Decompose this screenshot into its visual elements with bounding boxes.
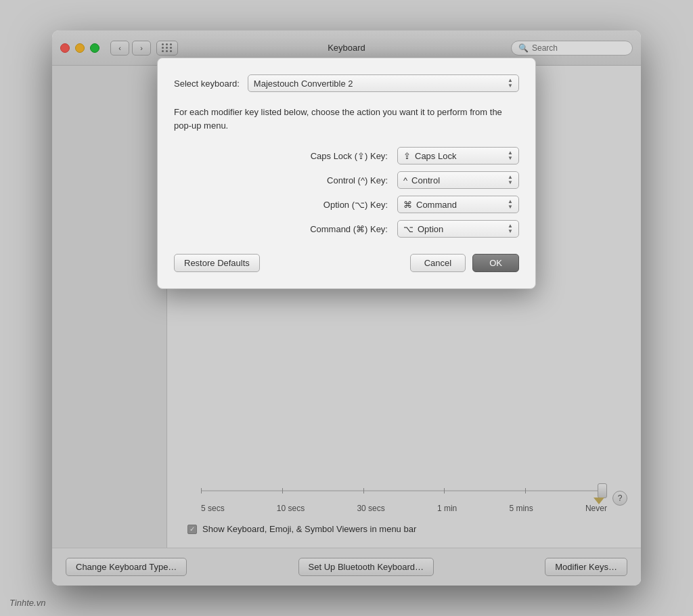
command-arrows-icon: ▲ ▼ (508, 223, 513, 234)
keyboard-name: Majestouch Convertible 2 (254, 79, 353, 89)
command-value: Option (418, 224, 443, 234)
control-icon: ^ (403, 175, 407, 185)
control-arrows-icon: ▲ ▼ (508, 175, 513, 185)
modal-footer: Restore Defaults Cancel OK (174, 254, 519, 272)
modal-description: For each modifier key listed below, choo… (174, 106, 519, 132)
dialog-buttons: Cancel OK (410, 254, 519, 272)
caps-lock-arrows-icon: ▲ ▼ (508, 150, 513, 161)
modifier-row-control: Control (^) Key: ^ Control ▲ ▼ (174, 171, 519, 189)
modifier-row-command: Command (⌘) Key: ⌥ Option ▲ ▼ (174, 220, 519, 238)
modifier-row-caps-lock: Caps Lock (⇪) Key: ⇪ Caps Lock ▲ ▼ (174, 147, 519, 164)
keyboard-window: ‹ › Keyboard 🔍 (52, 30, 641, 586)
cancel-button[interactable]: Cancel (410, 254, 466, 272)
caps-lock-icon: ⇪ (403, 151, 411, 161)
option-value: Command (416, 200, 457, 210)
ok-button[interactable]: OK (472, 254, 519, 272)
modifier-keys-modal: Select keyboard: Majestouch Convertible … (157, 58, 536, 289)
command-selector[interactable]: ⌥ Option ▲ ▼ (397, 220, 519, 238)
control-selector[interactable]: ^ Control ▲ ▼ (397, 171, 519, 189)
restore-defaults-button[interactable]: Restore Defaults (174, 254, 260, 272)
select-keyboard-row: Select keyboard: Majestouch Convertible … (174, 74, 519, 92)
control-key-label: Control (^) Key: (327, 175, 388, 185)
option-arrows-icon: ▲ ▼ (508, 199, 513, 210)
modifier-row-option: Option (⌥) Key: ⌘ Command ▲ ▼ (174, 196, 519, 213)
select-arrows-icon: ▲ ▼ (508, 78, 513, 89)
watermark: Tinhte.vn (9, 598, 45, 608)
control-value: Control (411, 175, 440, 185)
select-keyboard-label: Select keyboard: (174, 79, 240, 89)
caps-lock-value: Caps Lock (415, 151, 456, 161)
modal-overlay: Select keyboard: Majestouch Convertible … (52, 30, 641, 586)
command-key-label: Command (⌘) Key: (310, 224, 388, 234)
caps-lock-selector[interactable]: ⇪ Caps Lock ▲ ▼ (397, 147, 519, 164)
keyboard-selector[interactable]: Majestouch Convertible 2 ▲ ▼ (248, 74, 519, 92)
option-selector[interactable]: ⌘ Command ▲ ▼ (397, 196, 519, 213)
command-icon: ⌥ (403, 224, 413, 234)
option-icon: ⌘ (403, 200, 412, 210)
option-key-label: Option (⌥) Key: (323, 200, 388, 210)
caps-lock-key-label: Caps Lock (⇪) Key: (311, 151, 388, 161)
